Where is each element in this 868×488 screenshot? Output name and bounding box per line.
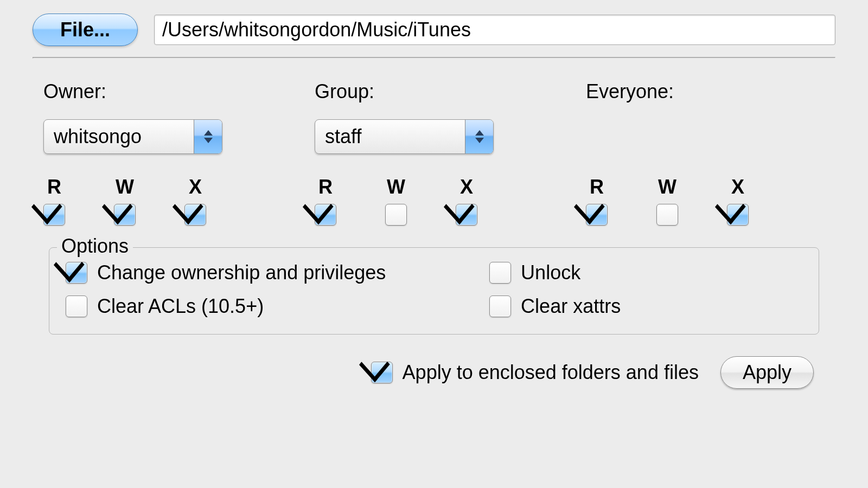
file-button[interactable]: File... — [33, 14, 138, 46]
everyone-x-checkbox[interactable] — [727, 204, 749, 226]
owner-x-checkbox[interactable] — [184, 204, 206, 226]
everyone-placeholder — [586, 119, 825, 154]
unlock-label: Unlock — [521, 261, 580, 284]
everyone-column: Everyone: R W X — [586, 80, 825, 226]
owner-column: Owner: whitsongo R W X — [43, 80, 282, 226]
group-label: Group: — [315, 80, 553, 103]
group-selected: staff — [315, 121, 371, 152]
change-ownership-checkbox[interactable] — [66, 262, 87, 284]
apply-button[interactable]: Apply — [720, 356, 814, 389]
group-w-label: W — [387, 176, 405, 198]
group-w-checkbox[interactable] — [385, 204, 407, 226]
owner-r-checkbox[interactable] — [43, 204, 65, 226]
group-column: Group: staff R W X — [315, 80, 553, 226]
owner-selected: whitsongo — [44, 121, 151, 152]
owner-w-checkbox[interactable] — [114, 204, 136, 226]
everyone-r-checkbox[interactable] — [586, 204, 608, 226]
clear-xattrs-checkbox[interactable] — [489, 296, 511, 317]
path-field[interactable] — [154, 15, 835, 45]
apply-enclosed-checkbox[interactable] — [371, 362, 393, 383]
group-x-checkbox[interactable] — [456, 204, 477, 226]
clear-acls-checkbox[interactable] — [66, 296, 87, 317]
unlock-checkbox[interactable] — [489, 262, 511, 284]
group-r-checkbox[interactable] — [315, 204, 336, 226]
clear-xattrs-label: Clear xattrs — [521, 295, 621, 318]
options-group: Options Change ownership and privileges … — [49, 247, 819, 335]
everyone-w-label: W — [658, 176, 676, 198]
divider — [33, 57, 835, 59]
updown-arrows-icon — [194, 120, 222, 153]
updown-arrows-icon — [465, 120, 493, 153]
owner-popup[interactable]: whitsongo — [43, 119, 222, 154]
change-ownership-label: Change ownership and privileges — [97, 261, 386, 284]
owner-label: Owner: — [43, 80, 282, 103]
everyone-w-checkbox[interactable] — [656, 204, 678, 226]
group-popup[interactable]: staff — [315, 119, 494, 154]
apply-enclosed-label: Apply to enclosed folders and files — [403, 361, 699, 384]
clear-acls-label: Clear ACLs (10.5+) — [97, 295, 264, 318]
everyone-label: Everyone: — [586, 80, 825, 103]
